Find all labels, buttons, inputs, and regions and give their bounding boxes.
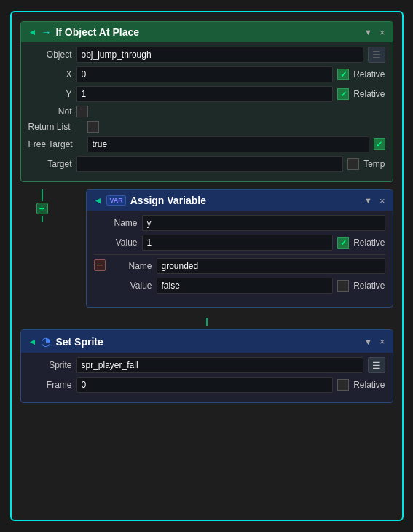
if-object-header: ◄ → If Object At Place ▼ × (21, 22, 393, 42)
free-target-input[interactable] (87, 136, 369, 152)
connector2-line (206, 318, 208, 326)
object-row: Object ☰ (28, 47, 385, 63)
x-relative-checkbox[interactable] (337, 69, 349, 80)
var-badge: VAR (106, 195, 125, 206)
main-container: ◄ → If Object At Place ▼ × Object ☰ X Re… (10, 11, 404, 521)
assign-value1-label: Value (94, 238, 138, 248)
x-relative-label: Relative (353, 69, 385, 79)
free-target-label: Free Target (28, 139, 83, 149)
frame-input[interactable] (76, 377, 334, 393)
if-close-icon[interactable]: × (379, 27, 385, 38)
y-input[interactable] (76, 86, 334, 102)
frame-relative-checkbox[interactable] (337, 379, 349, 391)
sprite-icon: ◔ (41, 335, 51, 348)
connector2 (20, 318, 393, 326)
assign-value2-relative-checkbox[interactable] (337, 280, 349, 292)
sprite-row: Sprite ☰ (28, 357, 385, 373)
assign-value2-row: Value Relative (109, 278, 385, 294)
sprite-dropdown-icon[interactable]: ▼ (364, 337, 372, 346)
target-label: Target (28, 159, 72, 169)
temp-label: Temp (363, 159, 385, 169)
assign-name1-row: Name (94, 215, 385, 231)
assign-divider (94, 254, 385, 255)
sprite-close-icon[interactable]: × (379, 336, 385, 347)
object-browse-button[interactable]: ☰ (368, 47, 385, 63)
assign-close-icon[interactable]: × (379, 195, 385, 206)
target-input[interactable] (76, 156, 344, 172)
y-label: Y (28, 89, 72, 99)
if-collapse-icon[interactable]: ◄ (28, 27, 37, 37)
assign-value1-row: Value Relative (94, 235, 385, 251)
object-label: Object (28, 50, 72, 60)
sprite-input[interactable] (76, 357, 363, 373)
frame-row: Frame Relative (28, 377, 385, 393)
sprite-browse-button[interactable]: ☰ (368, 357, 385, 373)
y-row: Y Relative (28, 86, 385, 102)
if-dropdown-icon[interactable]: ▼ (364, 28, 372, 36)
if-arrow-icon: → (41, 26, 51, 38)
if-object-panel: ◄ → If Object At Place ▼ × Object ☰ X Re… (20, 21, 393, 182)
return-list-row: Return List (28, 121, 385, 133)
assign-value2-relative-label: Relative (353, 281, 385, 291)
object-input[interactable] (76, 47, 363, 63)
assign-name2-content: Name Value Relative (109, 258, 385, 297)
remove-assign-button[interactable]: − (94, 259, 106, 271)
assign-value1-relative-checkbox[interactable] (337, 237, 349, 249)
not-checkbox[interactable] (76, 106, 88, 117)
assign-value2-input[interactable] (157, 278, 334, 294)
connector-line-bottom (42, 216, 43, 222)
assign-name2-input[interactable] (157, 258, 385, 274)
sprite-label: Sprite (28, 360, 72, 370)
x-label: X (28, 69, 72, 79)
if-object-body: Object ☰ X Relative Y Relative Not (21, 42, 393, 181)
x-row: X Relative (28, 66, 385, 82)
assign-value1-input[interactable] (142, 235, 334, 251)
if-object-title: If Object At Place (55, 26, 360, 38)
return-list-label: Return List (28, 122, 83, 132)
add-branch-button[interactable]: + (36, 203, 48, 214)
target-row: Target Temp (28, 156, 385, 172)
connector-line-top (42, 189, 43, 201)
temp-checkbox[interactable] (347, 158, 359, 170)
assign-name2-row: Name (109, 258, 385, 274)
assign-wrapper: ◄ VAR Assign Variable ▼ × Name Value (64, 189, 393, 315)
assign-variable-panel: ◄ VAR Assign Variable ▼ × Name Value (86, 189, 393, 308)
connector-section: + ◄ VAR Assign Variable ▼ × Name (20, 189, 393, 315)
assign-value2-label: Value (109, 281, 152, 291)
frame-relative-label: Relative (353, 380, 385, 390)
frame-label: Frame (28, 380, 72, 390)
not-label: Not (28, 106, 72, 117)
assign-name1-input[interactable] (142, 215, 385, 231)
y-relative-label: Relative (353, 89, 385, 99)
set-sprite-header: ◄ ◔ Set Sprite ▼ × (21, 330, 393, 353)
assign-header: ◄ VAR Assign Variable ▼ × (87, 190, 393, 211)
assign-name2-section: − Name Value Relative (94, 258, 385, 297)
assign-body: Name Value Relative − (87, 211, 393, 307)
assign-name1-label: Name (94, 218, 138, 228)
assign-title: Assign Variable (130, 195, 360, 206)
assign-collapse-icon[interactable]: ◄ (94, 195, 103, 206)
assign-value1-relative-label: Relative (353, 238, 385, 248)
assign-dropdown-icon[interactable]: ▼ (364, 196, 372, 205)
assign-name2-label: Name (109, 261, 152, 271)
sprite-collapse-icon[interactable]: ◄ (28, 337, 37, 347)
free-target-row: Free Target (28, 136, 385, 152)
set-sprite-body: Sprite ☰ Frame Relative (21, 353, 393, 402)
x-input[interactable] (76, 66, 334, 82)
return-list-checkbox[interactable] (87, 121, 99, 133)
set-sprite-title: Set Sprite (55, 336, 360, 348)
connector-left: + (20, 189, 64, 222)
not-row: Not (28, 106, 385, 117)
free-target-checkbox[interactable] (374, 138, 385, 150)
set-sprite-panel: ◄ ◔ Set Sprite ▼ × Sprite ☰ Frame Relati… (20, 329, 393, 403)
y-relative-checkbox[interactable] (337, 88, 349, 100)
